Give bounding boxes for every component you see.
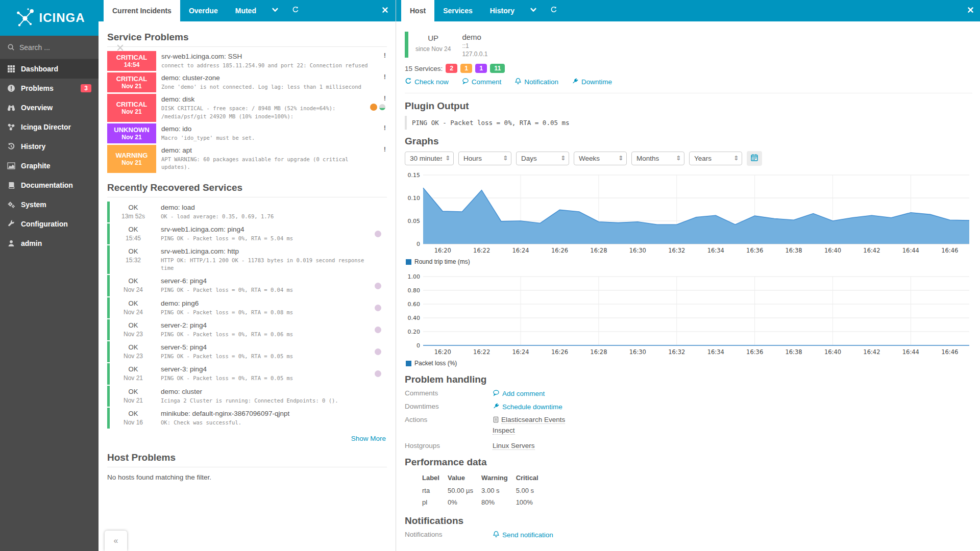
range-select-years[interactable]: Years — [689, 152, 742, 165]
bell-icon — [514, 78, 522, 86]
sidebar-item-overview[interactable]: Overview — [0, 98, 99, 117]
host-state: UP — [415, 34, 451, 42]
recovered-service-row[interactable]: OKNov 24server-6: ping4PING OK - Packet … — [107, 275, 387, 296]
state-label: UNKNOWN — [108, 126, 155, 134]
perf-dot-header — [408, 472, 418, 485]
disk-usage-orange-icon — [370, 104, 377, 111]
tab-services[interactable]: Services — [434, 0, 481, 21]
packet-loss-legend: Packet loss (%) — [406, 360, 972, 367]
recovered-service-row[interactable]: OK13m 52sdemo: loadOK - load average: 0.… — [107, 202, 387, 222]
service-problem-row[interactable]: CRITICALNov 21demo: cluster-zoneZone 'de… — [107, 72, 387, 92]
calendar-button[interactable] — [747, 151, 762, 166]
icinga-logo[interactable]: ICINGA — [0, 0, 99, 36]
unhandled-exclamation-icon: ! — [384, 73, 386, 80]
sidebar-item-dashboard[interactable]: Dashboard — [0, 59, 99, 79]
middle-close-button[interactable] — [375, 0, 396, 21]
recovered-service-row[interactable]: OKNov 24demo: ping6PING OK - Packet loss… — [107, 297, 387, 318]
sidebar-collapse-button[interactable]: « — [105, 531, 127, 551]
recovered-service-row[interactable]: OK15:32srv-web1.icinga.com: httpHTTP OK:… — [107, 245, 387, 274]
bell-icon — [493, 531, 500, 539]
recovered-service-row[interactable]: OKNov 23server-5: ping4PING OK - Packet … — [107, 341, 387, 362]
service-state-badge-warning[interactable]: 1 — [460, 64, 472, 73]
service-name: srv-web1.icinga.com: ping4 — [161, 226, 375, 233]
range-select-days[interactable]: Days — [516, 152, 569, 165]
row-icons: ! — [372, 145, 387, 172]
state-column: OKNov 23 — [110, 341, 157, 362]
recovered-service-main: demo: clusterIcinga 2 Cluster is running… — [157, 386, 375, 407]
close-icon — [382, 6, 388, 15]
sidebar-item-graphite[interactable]: Graphite — [0, 156, 99, 176]
state-label: OK — [110, 343, 157, 351]
search-icon — [7, 43, 15, 51]
inspect-link[interactable]: Inspect — [493, 427, 515, 435]
host-problems-title: Host Problems — [107, 452, 387, 467]
recovered-service-row[interactable]: OKNov 21demo: clusterIcinga 2 Cluster is… — [107, 386, 387, 407]
range-select-months[interactable]: Months — [631, 152, 684, 165]
perf-row: pl0%80%100% — [408, 496, 543, 508]
hostgroup-link[interactable]: Linux Servers — [493, 442, 535, 450]
range-select-30-minutes[interactable]: 30 minutes — [405, 152, 454, 165]
check-now-link[interactable]: Check now — [405, 78, 449, 86]
host-detail-column: HostServicesHistory UP since Nov 24 demo… — [396, 0, 980, 551]
tab-host[interactable]: Host — [401, 0, 434, 21]
perfdata-dot-icon — [375, 283, 381, 289]
tab-history[interactable]: History — [481, 0, 523, 21]
send-notification-link[interactable]: Send notification — [493, 531, 553, 539]
perf-value: 0% — [444, 496, 477, 508]
right-tab-dropdown[interactable] — [523, 0, 544, 21]
recovered-service-main: demo: ping6PING OK - Packet loss = 0%, R… — [157, 297, 375, 318]
search-clear-icon[interactable] — [116, 44, 123, 51]
downtime-link[interactable]: Downtime — [572, 78, 612, 86]
recovered-service-row[interactable]: OKNov 23server-2: ping4PING OK - Packet … — [107, 319, 387, 340]
plugin-output-text: Macro 'ido_type' must be set. — [161, 134, 372, 142]
sidebar: ICINGA DashboardProblems3OverviewIcinga … — [0, 0, 99, 551]
plugin-output-text: APT WARNING: 60 packages available for u… — [161, 156, 372, 171]
service-problem-row[interactable]: CRITICAL14:54srv-web1.icinga.com: SSHcon… — [107, 51, 387, 71]
sidebar-item-documentation[interactable]: Documentation — [0, 176, 99, 195]
sidebar-item-problems[interactable]: Problems3 — [0, 79, 99, 98]
recovered-service-row[interactable]: OKNov 21server-3: ping4PING OK - Packet … — [107, 363, 387, 384]
service-name: demo: disk — [161, 95, 370, 103]
sidebar-item-label: System — [21, 201, 91, 209]
tab-muted[interactable]: Muted — [227, 0, 265, 21]
row-icons: ! — [372, 51, 387, 71]
recovered-service-main: minikube: default-nginx-3867096097-qjnpt… — [157, 408, 375, 429]
right-close-button[interactable] — [960, 0, 980, 21]
recovered-service-row[interactable]: OKNov 16minikube: default-nginx-38670960… — [107, 408, 387, 429]
recovered-service-row[interactable]: OK15:45srv-web1.icinga.com: ping4PING OK… — [107, 223, 387, 244]
sidebar-item-admin[interactable]: admin — [0, 234, 99, 253]
add-comment-link[interactable]: Add comment — [493, 389, 545, 398]
sidebar-item-system[interactable]: System — [0, 195, 99, 214]
sidebar-item-icinga-director[interactable]: Icinga Director — [0, 117, 99, 137]
service-state-badge-critical[interactable]: 2 — [446, 64, 457, 73]
range-select-hours[interactable]: Hours — [458, 152, 511, 165]
range-select-weeks[interactable]: Weeks — [574, 152, 627, 165]
plugin-output-text: PING OK - Packet loss = 0%, RTA = 0.08 m… — [161, 309, 375, 316]
graph-range-controls: 30 minutes⇕Hours⇕Days⇕Weeks⇕Months⇕Years… — [405, 151, 972, 166]
service-problem-main: srv-web1.icinga.com: SSHconnect to addre… — [156, 51, 372, 71]
tab-current-incidents[interactable]: Current Incidents — [104, 0, 180, 21]
middle-refresh-button[interactable] — [285, 0, 306, 21]
sidebar-item-configuration[interactable]: Configuration — [0, 214, 99, 234]
comment-link[interactable]: Comment — [462, 78, 502, 86]
show-more-link[interactable]: Show More — [351, 435, 386, 442]
state-time: Nov 21 — [110, 397, 157, 404]
state-time: 13m 52s — [110, 213, 157, 220]
service-problem-row[interactable]: WARNINGNov 21demo: aptAPT WARNING: 60 pa… — [107, 145, 387, 172]
sidebar-item-history[interactable]: History — [0, 137, 99, 156]
state-label: CRITICAL — [108, 101, 155, 108]
state-time: Nov 21 — [108, 108, 155, 115]
service-problem-row[interactable]: CRITICALNov 21demo: diskDISK CRITICAL - … — [107, 94, 387, 121]
service-problem-row[interactable]: UNKNOWNNov 21demo: idoMacro 'ido_type' m… — [107, 123, 387, 143]
tab-overdue[interactable]: Overdue — [180, 0, 227, 21]
elasticsearch-events-link[interactable]: Elasticsearch Events — [501, 416, 565, 424]
service-state-badge-unknown[interactable]: 1 — [475, 64, 487, 73]
search-input[interactable] — [19, 43, 112, 52]
notification-link[interactable]: Notification — [514, 78, 558, 86]
plugin-output-title: Plugin Output — [405, 101, 972, 112]
schedule-downtime-link[interactable]: Schedule downtime — [493, 403, 562, 411]
service-state-badge-ok[interactable]: 11 — [490, 64, 505, 73]
middle-tab-dropdown[interactable] — [265, 0, 285, 21]
right-refresh-button[interactable] — [544, 0, 564, 21]
state-label: OK — [110, 321, 157, 329]
